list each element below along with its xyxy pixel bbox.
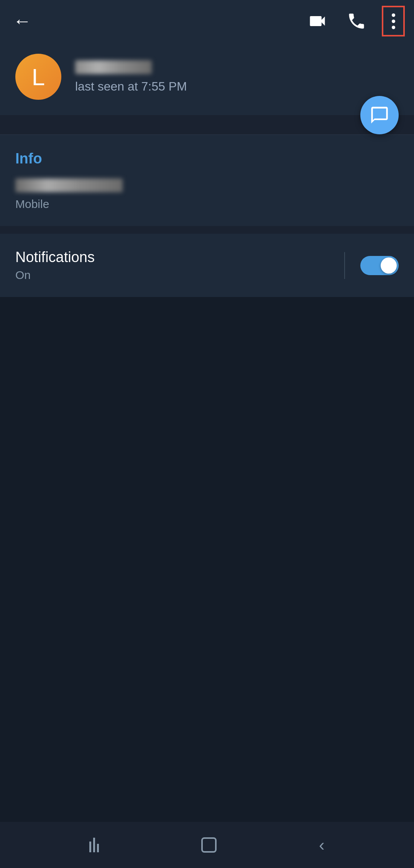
system-nav-bar: ‹ (0, 822, 414, 868)
three-dots-icon (392, 13, 395, 29)
notifications-left: Notifications On (15, 249, 344, 282)
avatar-letter: L (32, 63, 45, 91)
avatar: L (15, 54, 61, 100)
back-nav-icon: ‹ (319, 837, 325, 853)
notifications-title: Notifications (15, 249, 344, 266)
info-section: Info Mobile (0, 135, 414, 226)
fab-chat-button[interactable] (360, 96, 399, 134)
info-label: Info (15, 150, 399, 167)
back-nav-button[interactable]: ‹ (307, 833, 336, 857)
phone-type: Mobile (15, 198, 399, 211)
contact-name (75, 60, 152, 74)
back-button[interactable]: ← (9, 8, 35, 34)
app-bar-right (304, 6, 405, 36)
app-bar-left: ← (9, 8, 35, 34)
empty-area (0, 297, 414, 834)
notifications-right (344, 252, 399, 279)
more-options-button[interactable] (382, 6, 405, 36)
notifications-status: On (15, 269, 344, 282)
profile-info: last seen at 7:55 PM (75, 60, 399, 94)
toggle-thumb (381, 257, 397, 274)
profile-section: L last seen at 7:55 PM (0, 42, 414, 115)
home-button[interactable] (190, 833, 228, 856)
home-icon (201, 837, 217, 853)
notifications-section: Notifications On (0, 234, 414, 297)
vertical-divider (344, 252, 345, 279)
last-seen-text: last seen at 7:55 PM (75, 79, 187, 93)
recent-apps-button[interactable] (78, 834, 110, 856)
chat-bubble-icon (370, 105, 389, 125)
phone-call-button[interactable] (343, 7, 370, 35)
video-camera-icon (307, 11, 327, 31)
back-arrow-icon: ← (13, 11, 31, 31)
recent-apps-icon (89, 838, 99, 852)
app-bar: ← (0, 0, 414, 42)
phone-icon (347, 11, 366, 31)
video-call-button[interactable] (304, 7, 331, 35)
phone-number (15, 178, 123, 192)
notifications-toggle[interactable] (360, 256, 399, 275)
toggle-track (360, 256, 399, 275)
